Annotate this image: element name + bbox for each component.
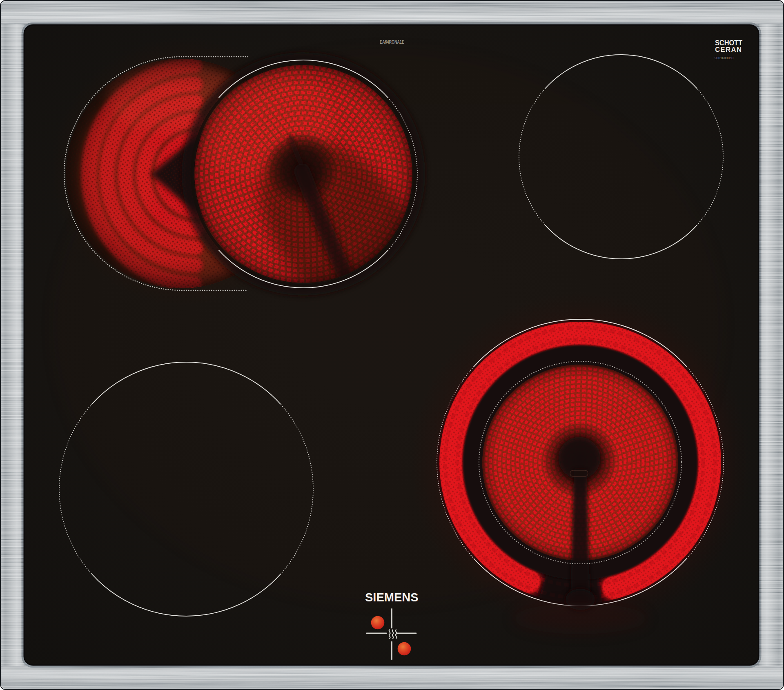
svg-text:SIEMENS: SIEMENS: [365, 591, 419, 604]
svg-text:9001609080: 9001609080: [715, 56, 733, 60]
svg-text:EA64RGNA1E: EA64RGNA1E: [380, 39, 404, 45]
svg-text:CERAN: CERAN: [715, 46, 742, 53]
